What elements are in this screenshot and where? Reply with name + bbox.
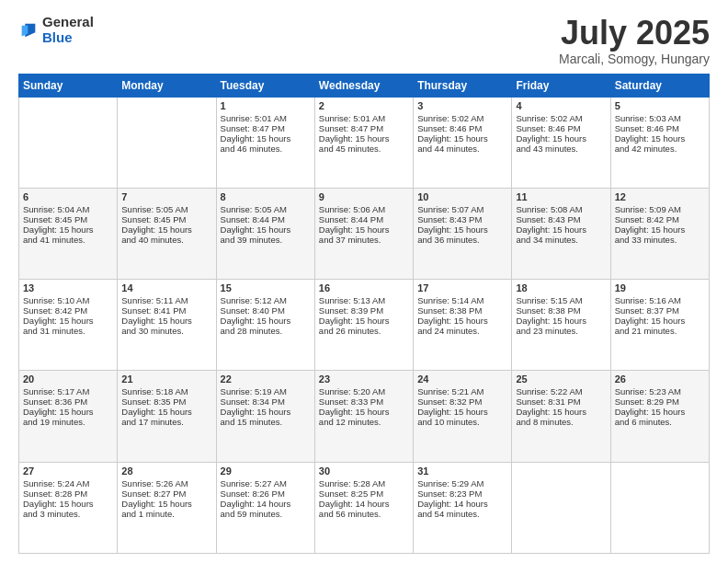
sunset-text: Sunset: 8:31 PM (516, 396, 606, 407)
calendar-week-row: 27Sunrise: 5:24 AMSunset: 8:28 PMDayligh… (19, 462, 710, 553)
calendar-cell: 3Sunrise: 5:02 AMSunset: 8:46 PMDaylight… (414, 97, 512, 188)
sunrise-text: Sunrise: 5:12 AM (221, 295, 311, 305)
calendar-cell (512, 462, 610, 553)
daylight-text: Daylight: 15 hours (417, 133, 507, 144)
day-number: 22 (221, 373, 311, 385)
daylight-minutes: and 39 minutes. (221, 235, 311, 245)
daylight-minutes: and 21 minutes. (615, 326, 705, 336)
calendar-cell: 8Sunrise: 5:05 AMSunset: 8:44 PMDaylight… (216, 188, 314, 279)
daylight-text: Daylight: 15 hours (516, 224, 606, 235)
daylight-text: Daylight: 15 hours (23, 316, 113, 326)
day-number: 21 (121, 373, 211, 385)
sunrise-text: Sunrise: 5:11 AM (121, 295, 211, 305)
sunrise-text: Sunrise: 5:15 AM (516, 295, 606, 305)
sunset-text: Sunset: 8:33 PM (319, 396, 409, 407)
sunset-text: Sunset: 8:23 PM (417, 488, 507, 499)
calendar-cell: 22Sunrise: 5:19 AMSunset: 8:34 PMDayligh… (216, 371, 314, 462)
calendar-week-row: 20Sunrise: 5:17 AMSunset: 8:36 PMDayligh… (19, 371, 710, 462)
daylight-minutes: and 28 minutes. (221, 326, 311, 336)
sunset-text: Sunset: 8:46 PM (516, 123, 606, 133)
day-number: 27 (23, 465, 113, 477)
logo-text: General Blue (42, 15, 94, 45)
sunset-text: Sunset: 8:39 PM (319, 305, 409, 316)
sunrise-text: Sunrise: 5:01 AM (319, 113, 409, 123)
daylight-minutes: and 15 minutes. (221, 417, 311, 427)
daylight-text: Daylight: 15 hours (121, 499, 211, 509)
sunset-text: Sunset: 8:42 PM (23, 305, 113, 316)
calendar-cell: 10Sunrise: 5:07 AMSunset: 8:43 PMDayligh… (414, 188, 512, 279)
daylight-minutes: and 54 minutes. (417, 509, 507, 519)
day-number: 23 (319, 373, 409, 385)
calendar-cell: 15Sunrise: 5:12 AMSunset: 8:40 PMDayligh… (216, 280, 314, 371)
daylight-text: Daylight: 15 hours (516, 133, 606, 144)
calendar-cell: 5Sunrise: 5:03 AMSunset: 8:46 PMDaylight… (610, 97, 709, 188)
sunrise-text: Sunrise: 5:24 AM (23, 478, 113, 488)
daylight-text: Daylight: 15 hours (615, 407, 705, 417)
sunset-text: Sunset: 8:45 PM (23, 214, 113, 224)
calendar-cell: 6Sunrise: 5:04 AMSunset: 8:45 PMDaylight… (19, 188, 118, 279)
daylight-text: Daylight: 15 hours (221, 133, 311, 144)
day-number: 19 (615, 282, 705, 293)
sunset-text: Sunset: 8:42 PM (615, 214, 705, 224)
daylight-minutes: and 26 minutes. (319, 326, 409, 336)
calendar-cell: 16Sunrise: 5:13 AMSunset: 8:39 PMDayligh… (314, 280, 413, 371)
daylight-minutes: and 30 minutes. (121, 326, 211, 336)
calendar-cell: 14Sunrise: 5:11 AMSunset: 8:41 PMDayligh… (118, 280, 216, 371)
daylight-minutes: and 37 minutes. (319, 235, 409, 245)
sunrise-text: Sunrise: 5:10 AM (23, 295, 113, 305)
day-number: 31 (417, 465, 507, 477)
sunrise-text: Sunrise: 5:28 AM (319, 478, 409, 488)
calendar-cell: 21Sunrise: 5:18 AMSunset: 8:35 PMDayligh… (118, 371, 216, 462)
daylight-minutes: and 45 minutes. (319, 144, 409, 154)
daylight-text: Daylight: 15 hours (319, 316, 409, 326)
daylight-minutes: and 36 minutes. (417, 235, 507, 245)
sunrise-text: Sunrise: 5:06 AM (319, 204, 409, 214)
sunrise-text: Sunrise: 5:08 AM (516, 204, 606, 214)
daylight-text: Daylight: 15 hours (221, 316, 311, 326)
day-number: 10 (417, 191, 507, 202)
daylight-minutes: and 46 minutes. (221, 144, 311, 154)
day-number: 4 (516, 100, 606, 111)
daylight-minutes: and 59 minutes. (221, 509, 311, 519)
day-number: 6 (23, 191, 113, 202)
calendar-cell: 29Sunrise: 5:27 AMSunset: 8:26 PMDayligh… (216, 462, 314, 553)
daylight-text: Daylight: 15 hours (121, 224, 211, 235)
sunset-text: Sunset: 8:25 PM (319, 488, 409, 499)
sunset-text: Sunset: 8:47 PM (319, 123, 409, 133)
calendar-cell: 30Sunrise: 5:28 AMSunset: 8:25 PMDayligh… (314, 462, 413, 553)
calendar-cell (19, 97, 118, 188)
sunrise-text: Sunrise: 5:19 AM (221, 386, 311, 396)
sunset-text: Sunset: 8:26 PM (221, 488, 311, 499)
daylight-minutes: and 10 minutes. (417, 417, 507, 427)
sunrise-text: Sunrise: 5:29 AM (417, 478, 507, 488)
day-number: 1 (221, 100, 311, 111)
daylight-minutes: and 8 minutes. (516, 417, 606, 427)
calendar-day-header: Monday (118, 74, 216, 97)
day-number: 28 (121, 465, 211, 477)
sunrise-text: Sunrise: 5:02 AM (417, 113, 507, 123)
sunrise-text: Sunrise: 5:16 AM (615, 295, 705, 305)
day-number: 3 (417, 100, 507, 111)
sunset-text: Sunset: 8:43 PM (417, 214, 507, 224)
daylight-text: Daylight: 15 hours (121, 407, 211, 417)
sunrise-text: Sunrise: 5:13 AM (319, 295, 409, 305)
daylight-text: Daylight: 15 hours (615, 133, 705, 144)
day-number: 24 (417, 373, 507, 385)
daylight-minutes: and 33 minutes. (615, 235, 705, 245)
sunset-text: Sunset: 8:46 PM (417, 123, 507, 133)
day-number: 18 (516, 282, 606, 293)
daylight-text: Daylight: 15 hours (417, 316, 507, 326)
sunrise-text: Sunrise: 5:07 AM (417, 204, 507, 214)
daylight-minutes: and 34 minutes. (516, 235, 606, 245)
sunset-text: Sunset: 8:45 PM (121, 214, 211, 224)
calendar-week-row: 6Sunrise: 5:04 AMSunset: 8:45 PMDaylight… (19, 188, 710, 279)
sunset-text: Sunset: 8:37 PM (615, 305, 705, 316)
daylight-minutes: and 3 minutes. (23, 509, 113, 519)
calendar-cell: 25Sunrise: 5:22 AMSunset: 8:31 PMDayligh… (512, 371, 610, 462)
calendar-cell: 31Sunrise: 5:29 AMSunset: 8:23 PMDayligh… (414, 462, 512, 553)
sunset-text: Sunset: 8:44 PM (221, 214, 311, 224)
logo-general: General (42, 15, 94, 30)
sunset-text: Sunset: 8:36 PM (23, 396, 113, 407)
calendar-cell: 9Sunrise: 5:06 AMSunset: 8:44 PMDaylight… (314, 188, 413, 279)
calendar-cell: 27Sunrise: 5:24 AMSunset: 8:28 PMDayligh… (19, 462, 118, 553)
